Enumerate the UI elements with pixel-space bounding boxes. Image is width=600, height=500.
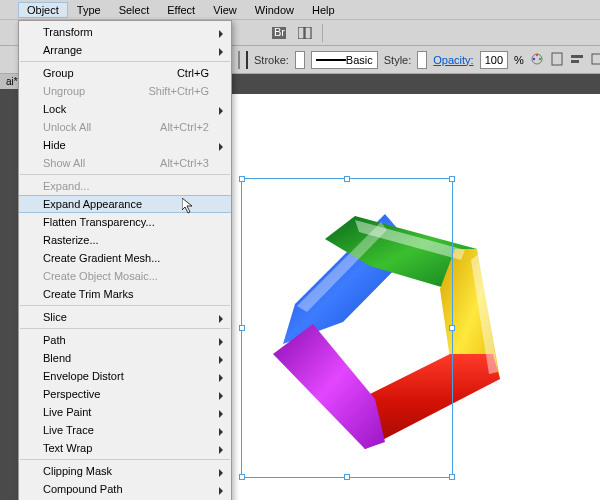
- submenu-arrow-icon: [219, 315, 223, 323]
- menu-item-group[interactable]: GroupCtrl+G: [19, 64, 231, 82]
- menu-item-label: Arrange: [43, 44, 82, 56]
- doc-setup-icon[interactable]: [550, 52, 564, 68]
- handle-s[interactable]: [344, 474, 350, 480]
- menu-item-text-wrap[interactable]: Text Wrap: [19, 439, 231, 457]
- menu-item-label: Show All: [43, 157, 85, 169]
- fill-swatch[interactable]: [238, 51, 240, 69]
- submenu-arrow-icon: [219, 446, 223, 454]
- menu-item-label: Lock: [43, 103, 66, 115]
- bridge-icon[interactable]: Br: [268, 23, 290, 43]
- svg-rect-10: [571, 55, 583, 58]
- submenu-arrow-icon: [219, 428, 223, 436]
- menu-item-label: Rasterize...: [43, 234, 99, 246]
- handle-n[interactable]: [344, 176, 350, 182]
- menu-item-label: Unlock All: [43, 121, 91, 133]
- submenu-arrow-icon: [219, 410, 223, 418]
- menubar: Object Type Select Effect View Window He…: [0, 0, 600, 20]
- menu-item-expand-appearance[interactable]: Expand Appearance: [19, 195, 231, 213]
- submenu-arrow-icon: [219, 392, 223, 400]
- menu-item-rasterize[interactable]: Rasterize...: [19, 231, 231, 249]
- menu-separator: [20, 174, 230, 175]
- brush-value: Basic: [346, 54, 373, 66]
- svg-text:Br: Br: [274, 27, 285, 38]
- menu-item-label: Group: [43, 67, 74, 79]
- menu-item-ungroup: UngroupShift+Ctrl+G: [19, 82, 231, 100]
- submenu-arrow-icon: [219, 469, 223, 477]
- menu-item-live-paint[interactable]: Live Paint: [19, 403, 231, 421]
- menu-item-label: Text Wrap: [43, 442, 92, 454]
- menu-item-label: Hide: [43, 139, 66, 151]
- submenu-arrow-icon: [219, 107, 223, 115]
- submenu-arrow-icon: [219, 356, 223, 364]
- menu-item-envelope-distort[interactable]: Envelope Distort: [19, 367, 231, 385]
- menu-effect[interactable]: Effect: [158, 2, 204, 18]
- menu-item-lock[interactable]: Lock: [19, 100, 231, 118]
- menu-item-create-gradient-mesh[interactable]: Create Gradient Mesh...: [19, 249, 231, 267]
- menu-item-shortcut: Alt+Ctrl+3: [160, 157, 209, 169]
- submenu-arrow-icon: [219, 487, 223, 495]
- menu-item-label: Create Object Mosaic...: [43, 270, 158, 282]
- menu-item-clipping-mask[interactable]: Clipping Mask: [19, 462, 231, 480]
- svg-rect-3: [305, 27, 311, 39]
- menu-item-label: Live Paint: [43, 406, 91, 418]
- menu-item-compound-path[interactable]: Compound Path: [19, 480, 231, 498]
- menu-item-path[interactable]: Path: [19, 331, 231, 349]
- opacity-value: 100: [485, 54, 503, 66]
- menu-item-blend[interactable]: Blend: [19, 349, 231, 367]
- menu-separator: [20, 61, 230, 62]
- menu-item-slice[interactable]: Slice: [19, 308, 231, 326]
- menu-item-flatten-transparency[interactable]: Flatten Transparency...: [19, 213, 231, 231]
- handle-nw[interactable]: [239, 176, 245, 182]
- menu-select[interactable]: Select: [110, 2, 159, 18]
- menu-view[interactable]: View: [204, 2, 246, 18]
- selection-bounding-box[interactable]: [241, 178, 453, 478]
- svg-rect-11: [571, 60, 579, 63]
- menu-item-hide[interactable]: Hide: [19, 136, 231, 154]
- menu-separator: [20, 305, 230, 306]
- menu-item-shortcut: Shift+Ctrl+G: [148, 85, 209, 97]
- transform-icon[interactable]: [590, 52, 600, 68]
- menu-window[interactable]: Window: [246, 2, 303, 18]
- object-menu-dropdown: TransformArrangeGroupCtrl+GUngroupShift+…: [18, 20, 232, 500]
- handle-e[interactable]: [449, 325, 455, 331]
- handle-ne[interactable]: [449, 176, 455, 182]
- svg-rect-9: [552, 53, 562, 65]
- menu-object[interactable]: Object: [18, 2, 68, 18]
- menu-item-arrange[interactable]: Arrange: [19, 41, 231, 59]
- menu-item-label: Blend: [43, 352, 71, 364]
- svg-point-7: [539, 57, 541, 59]
- style-field[interactable]: [417, 51, 427, 69]
- menu-help[interactable]: Help: [303, 2, 344, 18]
- handle-sw[interactable]: [239, 474, 245, 480]
- menu-item-label: Expand Appearance: [43, 198, 142, 210]
- handle-se[interactable]: [449, 474, 455, 480]
- arrange-docs-icon[interactable]: [294, 23, 316, 43]
- menu-item-label: Create Trim Marks: [43, 288, 133, 300]
- submenu-arrow-icon: [219, 338, 223, 346]
- svg-rect-2: [298, 27, 304, 39]
- stroke-swatch[interactable]: [246, 51, 248, 69]
- menu-item-label: Envelope Distort: [43, 370, 124, 382]
- menu-item-perspective[interactable]: Perspective: [19, 385, 231, 403]
- style-label: Style:: [384, 54, 412, 66]
- menu-item-create-trim-marks[interactable]: Create Trim Marks: [19, 285, 231, 303]
- menu-item-expand: Expand...: [19, 177, 231, 195]
- menu-type[interactable]: Type: [68, 2, 110, 18]
- opacity-label[interactable]: Opacity:: [433, 54, 473, 66]
- menu-item-unlock-all: Unlock AllAlt+Ctrl+2: [19, 118, 231, 136]
- opacity-field[interactable]: 100: [480, 51, 508, 69]
- menu-item-live-trace[interactable]: Live Trace: [19, 421, 231, 439]
- submenu-arrow-icon: [219, 374, 223, 382]
- menu-item-label: Flatten Transparency...: [43, 216, 155, 228]
- menu-separator: [20, 459, 230, 460]
- submenu-arrow-icon: [219, 30, 223, 38]
- recolor-icon[interactable]: [530, 52, 544, 68]
- menu-item-transform[interactable]: Transform: [19, 23, 231, 41]
- handle-w[interactable]: [239, 325, 245, 331]
- menu-item-label: Live Trace: [43, 424, 94, 436]
- stroke-label: Stroke:: [254, 54, 289, 66]
- menu-item-label: Path: [43, 334, 66, 346]
- stroke-weight-field[interactable]: [295, 51, 305, 69]
- align-icon[interactable]: [570, 52, 584, 68]
- brush-field[interactable]: Basic: [311, 51, 378, 69]
